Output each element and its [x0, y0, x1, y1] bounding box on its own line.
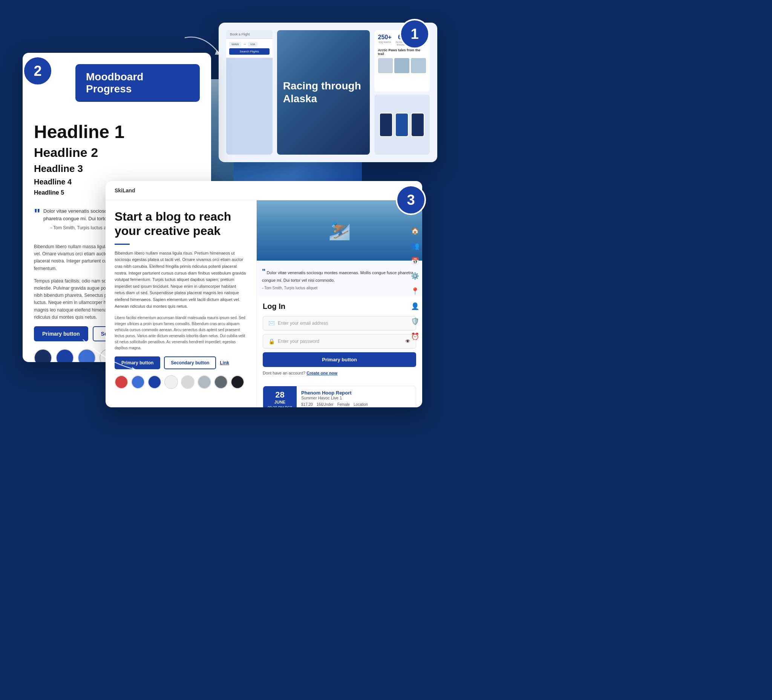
blog-quote-attr: - Tom Smith, Turpis luctus aliquet	[262, 285, 417, 291]
blog-logo: SkiLand	[114, 187, 135, 193]
blog-quote: Dolor vitae venenatis sociosqu montes ma…	[262, 270, 413, 282]
alaska-hero: Racing through Alaska	[277, 30, 370, 155]
event-info: Phenom Hoop Report Summer Havoc Live 1 $…	[297, 386, 416, 408]
calendar-icon[interactable]: 📅	[411, 257, 419, 265]
blog-quote-area: " Dolor vitae venenatis sociosqu montes …	[257, 261, 422, 296]
event-meta: $17.20 16&Under Female Location	[301, 402, 411, 407]
lock-icon: 🔒	[268, 338, 275, 344]
create-account-link[interactable]: Create one now	[306, 371, 337, 375]
event-gender: Female	[337, 402, 350, 407]
swatch-primary-blue	[56, 349, 74, 362]
event-month: JUNE	[268, 400, 292, 404]
blog-swatch-black	[231, 375, 244, 389]
event-title: Phenom Hoop Report	[301, 390, 411, 396]
stat-1-number: 250+	[378, 34, 392, 41]
blog-primary-button[interactable]: Primary button	[114, 356, 160, 369]
blog-secondary-button[interactable]: Secondary button	[164, 356, 216, 369]
tales-title: Arctic Paws tales from the trail	[378, 48, 426, 56]
blog-color-swatches	[114, 375, 247, 389]
email-icon: ✉️	[268, 320, 275, 326]
blog-body-1: Bibendum libero nullam massa ligula risu…	[114, 250, 247, 310]
home-icon[interactable]: 🏠	[411, 227, 419, 235]
headline-2: Headline 2	[34, 145, 200, 160]
sidebar-icons: 🏠 👥 📅 ⚙️ 📍 👤 🛡️ ⏰	[408, 223, 422, 344]
email-field[interactable]: ✉️ Enter your email address	[263, 316, 416, 330]
event-day: 28	[268, 390, 292, 400]
blog-title: Start a blog to reach your creative peak	[114, 209, 247, 238]
blog-link-button[interactable]: Link	[220, 360, 229, 366]
event-age: 16&Under	[317, 402, 334, 407]
blog-divider	[114, 244, 130, 245]
swatch-dark-navy	[34, 349, 52, 362]
badge-1: 1	[399, 19, 430, 49]
badge-2: 2	[23, 56, 53, 86]
blog-swatch-white	[164, 375, 178, 389]
blog-header: SkiLand	[106, 181, 422, 200]
blog-body-2: Libero facilisi elementum accumsan bland…	[114, 315, 247, 351]
login-signup: Dont have an account? Create one now	[263, 371, 416, 375]
blog-swatch-light-gray	[181, 375, 195, 389]
blog-left-content: Start a blog to reach your creative peak…	[106, 200, 256, 407]
email-placeholder: Enter your email address	[278, 321, 328, 326]
event-price: $17.20	[301, 402, 313, 407]
event-card: 28 JUNE 09:30 PM PST Phenom Hoop Report …	[263, 386, 416, 408]
event-date: 28 JUNE 09:30 PM PST	[263, 386, 297, 408]
blog-swatch-red	[114, 375, 128, 389]
primary-button[interactable]: Primary button	[34, 326, 88, 341]
password-field[interactable]: 🔒 Enter your password 👁️	[263, 334, 416, 349]
settings-icon[interactable]: ⚙️	[411, 272, 419, 280]
swatch-medium-blue	[78, 349, 96, 362]
moodboard-title: Moodboard Progress	[75, 64, 200, 102]
stat-1-label: dog teams	[378, 41, 392, 43]
badge-3: 3	[396, 185, 426, 215]
location-icon[interactable]: 📍	[411, 287, 419, 295]
blog-swatch-dark-blue	[148, 375, 161, 389]
login-title: Log In	[263, 302, 416, 311]
event-time: 09:30 PM PST	[268, 406, 292, 408]
headline-3: Headline 3	[34, 163, 200, 175]
people-icon[interactable]: 👥	[411, 242, 419, 250]
blog-mountain-image: ⛷️	[257, 200, 422, 261]
event-location: Location	[353, 402, 368, 407]
blog-swatch-blue	[131, 375, 145, 389]
card3-blog-page: SkiLand Start a blog to reach your creat…	[106, 181, 422, 407]
shield-icon[interactable]: 🛡️	[411, 317, 419, 326]
blog-swatch-gray	[198, 375, 211, 389]
clock-icon[interactable]: ⏰	[411, 332, 419, 341]
password-placeholder: Enter your password	[278, 339, 402, 344]
login-button[interactable]: Primary button	[263, 352, 416, 367]
alaska-title: Racing through Alaska	[283, 80, 364, 105]
blog-swatch-dark-gray	[214, 375, 228, 389]
headline-1: Headline 1	[34, 121, 200, 142]
user-icon[interactable]: 👤	[411, 302, 419, 310]
event-subtitle: Summer Havoc Live 1	[301, 396, 411, 400]
login-section: Log In ✉️ Enter your email address 🔒 Ent…	[257, 296, 422, 381]
